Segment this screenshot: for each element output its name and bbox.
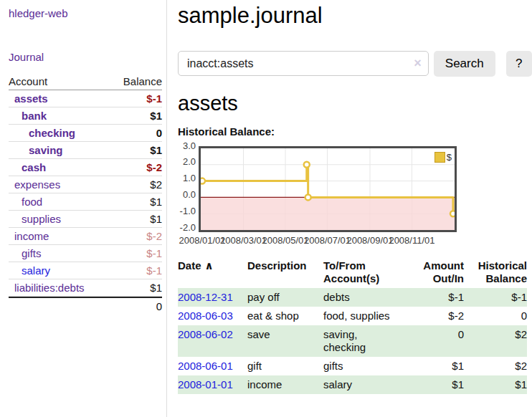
sidebar-account-gifts[interactable]: gifts	[9, 247, 42, 259]
main-content: sample.journal × Search ? assets Histori…	[167, 0, 532, 417]
account-row: food$1	[9, 193, 162, 211]
table-row: 2008-01-01incomesalary$1$1	[178, 375, 527, 394]
account-row: supplies$1	[9, 211, 162, 228]
account-row: income$-2	[9, 228, 162, 245]
date-cell: 2008-06-03	[178, 307, 247, 325]
accounts-table: Account Balance assets$-1bank$1checking0…	[9, 73, 162, 315]
date-cell: 2008-12-31	[178, 288, 247, 307]
transaction-date-link[interactable]: 2008-06-02	[178, 328, 233, 340]
search-input[interactable]	[178, 51, 429, 76]
amount-cell: $1	[412, 357, 464, 375]
search-button[interactable]: Search	[434, 51, 495, 77]
balance-cell: 0	[464, 307, 527, 325]
account-balance: $1	[150, 213, 162, 225]
account-balance: $1	[150, 282, 162, 294]
sidebar-account-food[interactable]: food	[9, 196, 42, 208]
sidebar-account-bank[interactable]: bank	[9, 110, 47, 122]
account-row: saving$1	[9, 142, 162, 159]
sidebar-account-checking[interactable]: checking	[9, 127, 75, 139]
x-axis-tick: 2008/07/01	[304, 235, 351, 246]
total-balance: 0	[156, 300, 162, 312]
balance-cell: $-1	[464, 288, 527, 307]
transaction-date-link[interactable]: 2008-12-31	[178, 291, 233, 303]
transaction-date-link[interactable]: 2008-01-01	[178, 378, 233, 390]
column-header-label: Description	[247, 259, 307, 272]
page-title: sample.journal	[178, 3, 532, 29]
x-axis-tick: 2008/09/01	[346, 235, 393, 246]
balance-cell: $2	[464, 325, 527, 357]
balance-cell: $1	[464, 375, 527, 394]
account-balance: $-2	[146, 230, 162, 242]
accounts-cell: salary	[323, 375, 412, 394]
column-header-amount: Amount Out/In	[412, 258, 464, 288]
chart-svg	[201, 148, 455, 230]
account-balance: $-2	[146, 161, 162, 173]
help-button[interactable]: ?	[506, 51, 532, 77]
sidebar-account-supplies[interactable]: supplies	[9, 213, 61, 225]
account-balance: $-1	[146, 247, 162, 259]
description-cell: save	[247, 325, 323, 357]
legend-swatch-icon	[434, 152, 445, 163]
account-row: cash$-2	[9, 159, 162, 176]
nav-journal-link[interactable]: Journal	[9, 51, 163, 63]
column-header-description: Description	[247, 258, 323, 288]
accounts-cell: debts	[323, 288, 412, 307]
amount-cell: $-2	[412, 307, 464, 325]
accounts-total-row: 0	[9, 297, 162, 315]
amount-cell: $1	[412, 375, 464, 394]
x-axis-tick: 2008/01/01	[179, 235, 225, 246]
account-balance: $-1	[146, 264, 162, 277]
description-cell: gift	[247, 357, 323, 375]
sidebar-account-saving[interactable]: saving	[9, 144, 63, 156]
amount-cell: 0	[412, 325, 464, 357]
account-balance: $1	[150, 144, 162, 156]
column-header-date[interactable]: Date∧	[178, 258, 247, 288]
accounts-table-header: Account Balance	[9, 73, 162, 90]
account-row: assets$-1	[9, 90, 162, 107]
account-balance: 0	[156, 127, 162, 139]
column-header-tofrom: To/From Account(s)	[323, 258, 412, 288]
chart-legend: $	[434, 152, 452, 163]
amount-cell: $-1	[412, 288, 464, 307]
transaction-date-link[interactable]: 2008-06-01	[178, 360, 233, 372]
search-form: × Search ?	[178, 51, 532, 77]
transactions-table: Date∧DescriptionTo/From Account(s)Amount…	[178, 258, 527, 394]
date-cell: 2008-06-01	[178, 357, 247, 375]
account-row: salary$-1	[9, 262, 162, 279]
clear-search-icon[interactable]: ×	[414, 54, 422, 72]
sidebar-account-liabilities-debts[interactable]: liabilities:debts	[9, 282, 85, 294]
accounts-cell: food, supplies	[323, 307, 412, 325]
column-header-historical: Historical Balance	[464, 258, 527, 288]
sidebar-account-cash[interactable]: cash	[9, 161, 46, 173]
balance-column-header: Balance	[123, 75, 162, 87]
account-row: expenses$2	[9, 176, 162, 193]
column-header-label: Date	[178, 259, 201, 272]
y-axis-tick: 1.0	[175, 173, 196, 183]
table-row: 2008-12-31pay offdebts$-1$-1	[178, 288, 527, 307]
sidebar-account-income[interactable]: income	[9, 230, 49, 242]
y-axis-tick: 0.0	[175, 189, 196, 200]
legend-label: $	[447, 152, 452, 163]
chart-title: Historical Balance:	[178, 125, 532, 138]
column-header-label: To/From Account(s)	[323, 259, 379, 284]
sidebar-account-assets[interactable]: assets	[9, 92, 48, 105]
transaction-date-link[interactable]: 2008-06-03	[178, 310, 233, 322]
x-axis-tick: 2008/03/01	[220, 235, 267, 246]
brand-link[interactable]: hledger-web	[9, 7, 163, 19]
y-axis-tick: -1.0	[175, 206, 196, 216]
sidebar-account-salary[interactable]: salary	[9, 264, 50, 277]
description-cell: income	[247, 375, 323, 394]
accounts-list: assets$-1bank$1checking0saving$1cash$-2e…	[9, 90, 162, 297]
column-header-label: Amount Out/In	[423, 259, 464, 284]
account-column-header: Account	[9, 75, 47, 87]
column-header-label: Historical Balance	[478, 259, 527, 284]
table-row: 2008-06-02savesaving, checking0$2	[178, 325, 527, 357]
account-row: gifts$-1	[9, 245, 162, 262]
sidebar-account-expenses[interactable]: expenses	[9, 178, 60, 191]
account-row: liabilities:debts$1	[9, 279, 162, 297]
balance-cell: $2	[464, 357, 527, 375]
account-heading: assets	[178, 92, 532, 115]
date-cell: 2008-06-02	[178, 325, 247, 357]
account-row: bank$1	[9, 107, 162, 125]
y-axis-tick: 2.0	[175, 156, 196, 167]
